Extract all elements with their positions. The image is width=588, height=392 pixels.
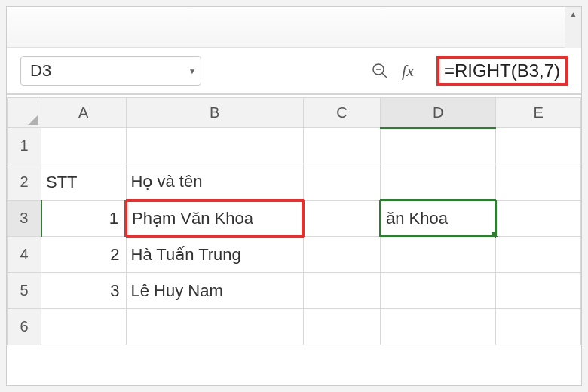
scrollbar-vertical[interactable]: ▲ bbox=[565, 7, 581, 48]
cell-text: Hà Tuấn Trung bbox=[131, 245, 299, 265]
cell-A5[interactable]: 3 bbox=[41, 273, 127, 309]
row-header-6[interactable]: 6 bbox=[8, 309, 41, 345]
select-all-corner[interactable] bbox=[8, 98, 41, 128]
row-header-2[interactable]: 2 bbox=[8, 164, 41, 201]
svg-line-1 bbox=[382, 73, 387, 78]
row-header-4[interactable]: 4 bbox=[8, 237, 41, 273]
row-header-5[interactable]: 5 bbox=[8, 273, 41, 309]
scroll-up-icon[interactable]: ▲ bbox=[565, 7, 581, 18]
col-header-A[interactable]: A bbox=[41, 98, 127, 128]
spreadsheet-grid[interactable]: A B C D E 1 2 STT bbox=[7, 97, 581, 385]
cell-C3[interactable] bbox=[303, 201, 380, 237]
formula-bar: D3 ▼ fx =RIGHT(B3,7) bbox=[7, 48, 581, 95]
cell-D2[interactable] bbox=[381, 164, 496, 201]
col-header-E[interactable]: E bbox=[496, 98, 581, 128]
fx-icon[interactable]: fx bbox=[402, 61, 414, 81]
cell-B2[interactable]: Họ và tên bbox=[126, 164, 303, 201]
zoom-icon[interactable] bbox=[370, 61, 390, 81]
cell-A3[interactable]: 1 bbox=[41, 201, 127, 237]
cell-text: Lê Huy Nam bbox=[131, 281, 299, 301]
cell-text: 2 bbox=[46, 245, 120, 265]
ribbon-placeholder bbox=[7, 7, 581, 48]
cell-B5[interactable]: Lê Huy Nam bbox=[126, 273, 303, 309]
cell-E2[interactable] bbox=[496, 164, 581, 201]
cell-A2[interactable]: STT bbox=[41, 164, 127, 201]
cell-E4[interactable] bbox=[496, 237, 581, 273]
cell-B6[interactable] bbox=[126, 309, 303, 345]
cell-D4[interactable] bbox=[381, 237, 496, 273]
cell-text: 1 bbox=[47, 209, 119, 228]
cell-text: 3 bbox=[46, 281, 120, 301]
cell-E5[interactable] bbox=[496, 273, 581, 309]
cell-C4[interactable] bbox=[303, 237, 380, 273]
cell-C1[interactable] bbox=[303, 128, 380, 164]
cell-E3[interactable] bbox=[496, 201, 581, 237]
row-header-3[interactable]: 3 bbox=[8, 201, 41, 237]
col-header-C[interactable]: C bbox=[303, 98, 380, 128]
chevron-down-icon[interactable]: ▼ bbox=[188, 67, 196, 75]
cell-A1[interactable] bbox=[41, 128, 127, 164]
cell-E1[interactable] bbox=[496, 128, 581, 164]
name-box[interactable]: D3 ▼ bbox=[20, 56, 201, 86]
cell-text: Họ và tên bbox=[131, 172, 299, 191]
formula-input[interactable]: =RIGHT(B3,7) bbox=[436, 55, 568, 87]
col-header-D[interactable]: D bbox=[381, 98, 496, 128]
cell-B3[interactable]: Phạm Văn Khoa bbox=[126, 201, 303, 237]
name-box-value: D3 bbox=[30, 61, 51, 81]
cell-B1[interactable] bbox=[126, 128, 303, 164]
cell-D3[interactable]: ăn Khoa bbox=[381, 201, 496, 237]
col-header-B[interactable]: B bbox=[126, 98, 303, 128]
cell-C2[interactable] bbox=[303, 164, 380, 201]
formula-text: =RIGHT(B3,7) bbox=[436, 56, 568, 86]
cell-D6[interactable] bbox=[381, 309, 496, 345]
cell-text: STT bbox=[46, 173, 121, 192]
cell-text: ăn Khoa bbox=[386, 209, 490, 228]
cell-text: Phạm Văn Khoa bbox=[132, 209, 297, 228]
cell-A4[interactable]: 2 bbox=[41, 237, 127, 273]
cell-C6[interactable] bbox=[303, 309, 380, 345]
cell-E6[interactable] bbox=[496, 309, 581, 345]
cell-D1[interactable] bbox=[381, 128, 496, 164]
cell-C5[interactable] bbox=[303, 273, 380, 309]
row-header-1[interactable]: 1 bbox=[8, 128, 41, 164]
cell-D5[interactable] bbox=[381, 273, 496, 309]
cell-B4[interactable]: Hà Tuấn Trung bbox=[126, 237, 303, 273]
cell-A6[interactable] bbox=[41, 309, 127, 345]
